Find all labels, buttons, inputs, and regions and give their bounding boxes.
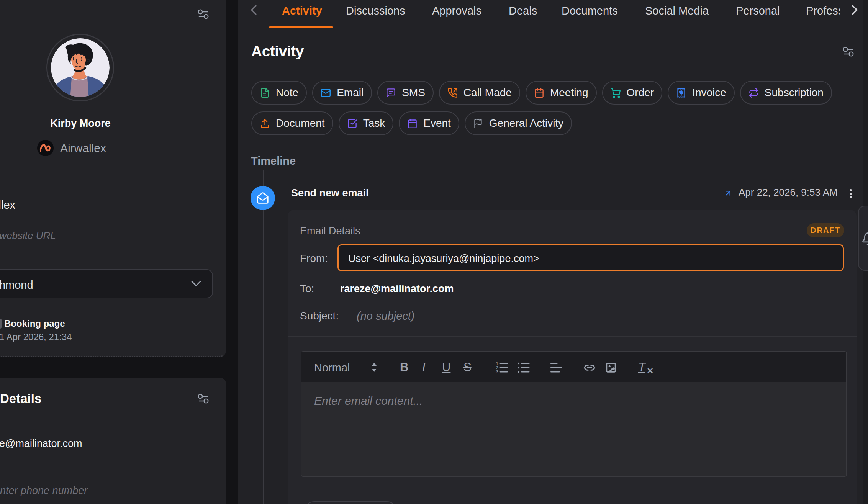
svg-text:1: 1 <box>496 362 498 366</box>
svg-text:2: 2 <box>496 366 498 370</box>
svg-text:3: 3 <box>496 370 498 373</box>
